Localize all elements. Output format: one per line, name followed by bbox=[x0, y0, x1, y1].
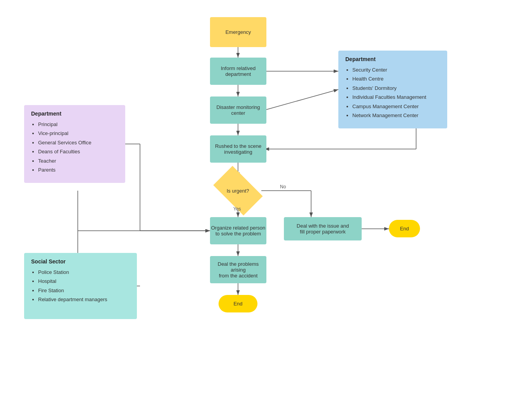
diamond-label: Is urgent? bbox=[227, 188, 249, 193]
list-item: Deans of Faculties bbox=[38, 147, 118, 156]
deal-issue-node: Deal with the issue andfill proper paper… bbox=[284, 217, 362, 240]
end-bottom-node: End bbox=[219, 295, 257, 312]
dept-teal-list: Police Station Hospital Fire Station Rel… bbox=[31, 268, 130, 304]
disaster-label: Disaster monitoringcenter bbox=[217, 104, 260, 116]
list-item: Parents bbox=[38, 165, 118, 174]
list-item: Network Management Center bbox=[352, 111, 440, 120]
emergency-label: Emergency bbox=[226, 29, 251, 35]
list-item: Vice-principal bbox=[38, 129, 118, 138]
list-item: General Services Office bbox=[38, 138, 118, 147]
flowchart: Emergency Inform relativeddepartment Dis… bbox=[0, 0, 532, 400]
end-bottom-label: End bbox=[233, 301, 242, 307]
dept-blue-title: Department bbox=[345, 56, 440, 62]
dept-pink-list: Principal Vice-principal General Service… bbox=[31, 120, 118, 174]
deal-issue-label: Deal with the issue andfill proper paper… bbox=[297, 223, 349, 235]
inform-node: Inform relativeddepartment bbox=[210, 58, 266, 85]
inform-label: Inform relativeddepartment bbox=[221, 65, 256, 77]
deal-accident-label: Deal the problems arisingfrom the accide… bbox=[210, 261, 266, 279]
list-item: Teacher bbox=[38, 156, 118, 165]
list-item: Fire Station bbox=[38, 286, 130, 295]
rushed-label: Rushed to the sceneinvestigating bbox=[215, 143, 261, 155]
end-right-node: End bbox=[389, 220, 420, 237]
dept-blue-list: Security Center Health Centre Students' … bbox=[345, 65, 440, 120]
dept-pink-title: Department bbox=[31, 111, 118, 117]
list-item: Relative department managers bbox=[38, 295, 130, 304]
end-right-label: End bbox=[400, 226, 409, 232]
list-item: Police Station bbox=[38, 268, 130, 277]
yes-label: Yes bbox=[233, 206, 241, 212]
rushed-node: Rushed to the sceneinvestigating bbox=[210, 135, 266, 163]
dept-blue-box: Department Security Center Health Centre… bbox=[338, 51, 447, 128]
disaster-node: Disaster monitoringcenter bbox=[210, 96, 266, 124]
organize-node: Organize related personto solve the prob… bbox=[210, 217, 266, 244]
dept-teal-box: Social Sector Police Station Hospital Fi… bbox=[24, 253, 137, 319]
list-item: Hospital bbox=[38, 277, 130, 286]
no-label: No bbox=[280, 184, 286, 189]
organize-label: Organize related personto solve the prob… bbox=[211, 225, 265, 237]
list-item: Security Center bbox=[352, 65, 440, 74]
svg-line-9 bbox=[264, 89, 338, 110]
dept-pink-box: Department Principal Vice-principal Gene… bbox=[24, 105, 125, 183]
list-item: Health Centre bbox=[352, 74, 440, 83]
dept-teal-title: Social Sector bbox=[31, 258, 130, 265]
deal-accident-node: Deal the problems arisingfrom the accide… bbox=[210, 256, 266, 283]
list-item: Campus Management Center bbox=[352, 102, 440, 111]
list-item: Students' Dormitory bbox=[352, 84, 440, 93]
list-item: Principal bbox=[38, 120, 118, 129]
emergency-node: Emergency bbox=[210, 17, 266, 47]
list-item: Individual Faculties Management bbox=[352, 93, 440, 102]
